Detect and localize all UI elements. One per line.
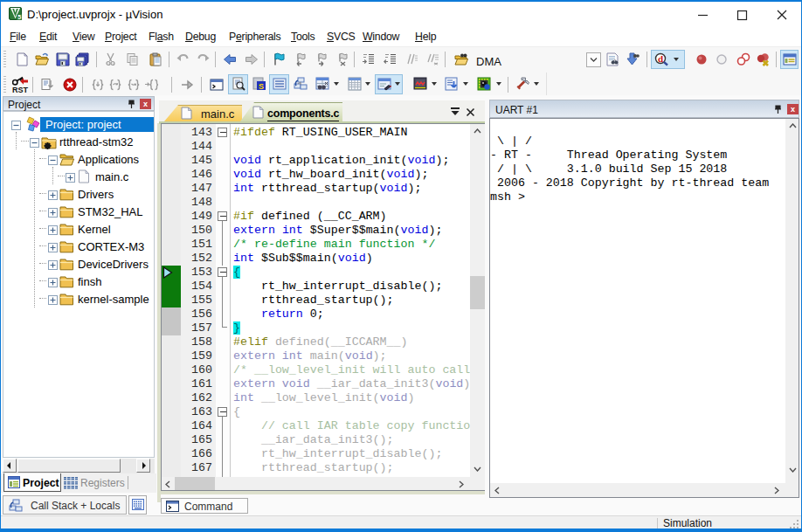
svg-text:5: 5 bbox=[17, 14, 21, 20]
svg-text:RST: RST bbox=[12, 86, 29, 93]
svg-text:S: S bbox=[259, 82, 264, 91]
svg-text:d: d bbox=[658, 53, 663, 64]
